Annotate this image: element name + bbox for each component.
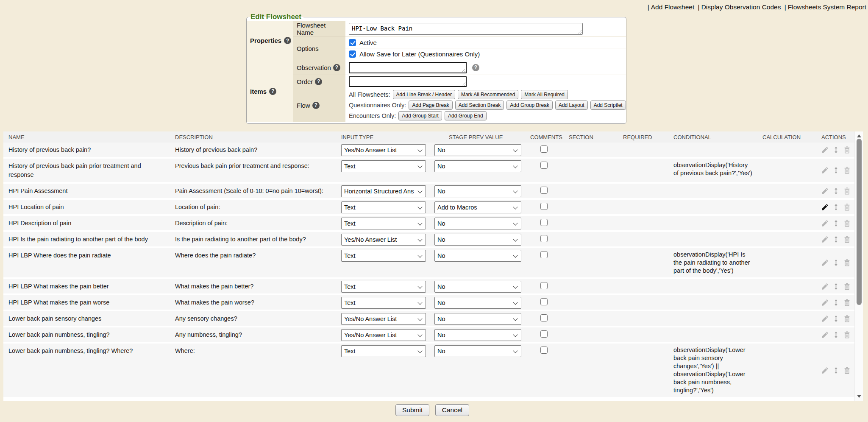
- display-observation-codes-link[interactable]: Display Observation Codes: [701, 3, 781, 11]
- edit-icon[interactable]: [821, 299, 829, 306]
- delete-icon[interactable]: [843, 331, 851, 338]
- edit-icon[interactable]: [821, 283, 829, 290]
- flow-button[interactable]: Add Scriptlet: [590, 101, 626, 110]
- submit-button[interactable]: Submit: [395, 404, 429, 416]
- edit-icon[interactable]: [821, 187, 829, 195]
- stage-prev-value-select[interactable]: No: [434, 144, 521, 156]
- input-type-select[interactable]: Text: [341, 345, 426, 357]
- flow-button[interactable]: Add Line Break / Header: [393, 90, 455, 99]
- stage-prev-value-select[interactable]: No: [434, 345, 521, 357]
- cancel-button[interactable]: Cancel: [435, 404, 469, 416]
- scroll-up-arrow-icon[interactable]: [857, 134, 861, 137]
- stage-prev-value-select[interactable]: No: [434, 281, 521, 293]
- edit-icon[interactable]: [821, 259, 829, 266]
- stage-prev-value-select[interactable]: No: [434, 329, 521, 341]
- active-checkbox[interactable]: [349, 39, 356, 46]
- help-icon[interactable]: ?: [472, 64, 479, 71]
- reorder-icon[interactable]: [832, 315, 840, 322]
- comments-checkbox[interactable]: [540, 162, 548, 169]
- allow-save-checkbox[interactable]: [349, 50, 356, 58]
- comments-checkbox[interactable]: [540, 187, 548, 194]
- comments-checkbox[interactable]: [540, 298, 548, 305]
- table-scrollbar[interactable]: [854, 131, 863, 401]
- reorder-icon[interactable]: [832, 146, 840, 154]
- help-icon[interactable]: ?: [312, 102, 320, 109]
- input-type-select[interactable]: Yes/No Answer List: [341, 313, 426, 325]
- reorder-icon[interactable]: [832, 367, 840, 374]
- delete-icon[interactable]: [843, 299, 851, 306]
- flowsheets-system-report-link[interactable]: Flowsheets System Report: [788, 3, 866, 11]
- input-type-select[interactable]: Yes/No Answer List: [341, 234, 426, 246]
- input-type-select[interactable]: Text: [341, 201, 426, 213]
- input-type-select[interactable]: Text: [341, 297, 426, 309]
- observation-input[interactable]: [349, 62, 467, 73]
- delete-icon[interactable]: [843, 283, 851, 290]
- comments-checkbox[interactable]: [540, 251, 548, 258]
- input-type-select[interactable]: Text: [341, 281, 426, 293]
- input-type-select[interactable]: Text: [341, 160, 426, 172]
- comments-checkbox[interactable]: [540, 314, 548, 321]
- comments-checkbox[interactable]: [540, 145, 548, 153]
- add-flowsheet-link[interactable]: Add Flowsheet: [651, 3, 695, 11]
- input-type-select[interactable]: Yes/No Answer List: [341, 329, 426, 341]
- edit-icon[interactable]: [821, 220, 829, 227]
- flow-button[interactable]: Add Layout: [555, 101, 588, 110]
- reorder-icon[interactable]: [832, 236, 840, 243]
- help-icon[interactable]: ?: [315, 78, 322, 85]
- edit-icon[interactable]: [821, 204, 829, 211]
- delete-icon[interactable]: [843, 146, 851, 154]
- stage-prev-value-select[interactable]: No: [434, 160, 521, 172]
- delete-icon[interactable]: [843, 315, 851, 322]
- reorder-icon[interactable]: [832, 259, 840, 266]
- help-icon[interactable]: ?: [269, 88, 276, 95]
- stage-prev-value-select[interactable]: No: [434, 185, 521, 197]
- flow-button[interactable]: Add Group End: [445, 111, 487, 120]
- stage-prev-value-select[interactable]: No: [434, 313, 521, 325]
- edit-icon[interactable]: [821, 167, 829, 174]
- edit-icon[interactable]: [821, 331, 829, 338]
- comments-checkbox[interactable]: [540, 347, 548, 354]
- comments-checkbox[interactable]: [540, 330, 548, 338]
- delete-icon[interactable]: [843, 236, 851, 243]
- flow-button[interactable]: Mark All Required: [521, 90, 568, 99]
- edit-icon[interactable]: [821, 146, 829, 154]
- stage-prev-value-select[interactable]: No: [434, 250, 521, 262]
- order-input[interactable]: [349, 76, 467, 87]
- input-type-select[interactable]: Horizontal Structured Ans: [341, 185, 426, 197]
- comments-checkbox[interactable]: [540, 235, 548, 242]
- flow-button[interactable]: Add Group Start: [398, 111, 442, 120]
- delete-icon[interactable]: [843, 167, 851, 174]
- comments-checkbox[interactable]: [540, 203, 548, 210]
- flow-button[interactable]: Add Section Break: [455, 101, 504, 110]
- scrollbar-thumb[interactable]: [857, 139, 862, 305]
- flowsheet-name-input[interactable]: HPI-Low Back Pain: [349, 23, 583, 35]
- input-type-select[interactable]: Text: [341, 218, 426, 229]
- help-icon[interactable]: ?: [333, 64, 340, 71]
- edit-icon[interactable]: [821, 236, 829, 243]
- flow-button[interactable]: Add Group Break: [506, 101, 553, 110]
- reorder-icon[interactable]: [832, 220, 840, 227]
- reorder-icon[interactable]: [832, 167, 840, 174]
- scroll-down-arrow-icon[interactable]: [857, 395, 861, 398]
- flow-button[interactable]: Add Page Break: [409, 101, 452, 110]
- stage-prev-value-select[interactable]: No: [434, 297, 521, 309]
- stage-prev-value-select[interactable]: No: [434, 218, 521, 229]
- delete-icon[interactable]: [843, 220, 851, 227]
- reorder-icon[interactable]: [832, 283, 840, 290]
- reorder-icon[interactable]: [832, 331, 840, 338]
- edit-icon[interactable]: [821, 367, 829, 374]
- input-type-select[interactable]: Yes/No Answer List: [341, 144, 426, 156]
- reorder-icon[interactable]: [832, 299, 840, 306]
- delete-icon[interactable]: [843, 259, 851, 266]
- stage-prev-value-select[interactable]: Add to Macros: [434, 201, 521, 213]
- comments-checkbox[interactable]: [540, 282, 548, 289]
- edit-icon[interactable]: [821, 315, 829, 322]
- delete-icon[interactable]: [843, 204, 851, 211]
- flow-button[interactable]: Mark All Recommended: [458, 90, 518, 99]
- input-type-select[interactable]: Text: [341, 250, 426, 262]
- reorder-icon[interactable]: [832, 204, 840, 211]
- stage-prev-value-select[interactable]: No: [434, 234, 521, 246]
- delete-icon[interactable]: [843, 367, 851, 374]
- reorder-icon[interactable]: [832, 187, 840, 195]
- comments-checkbox[interactable]: [540, 219, 548, 226]
